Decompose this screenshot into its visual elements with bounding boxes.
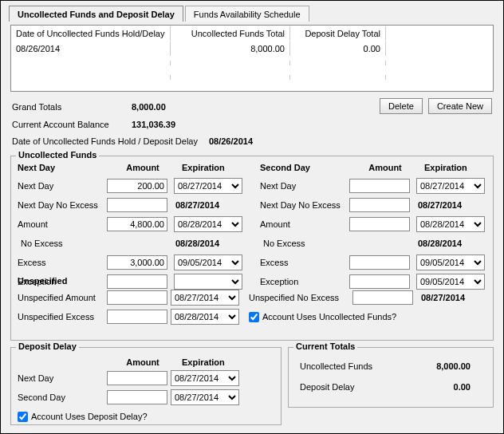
account-balance-value: 131,036.39 <box>132 120 227 129</box>
uf2-next-day-noexcess-amount[interactable] <box>349 198 410 212</box>
uf-noexcess-exp: 08/28/2014 <box>171 239 242 248</box>
ct-uf-label: Uncollected Funds <box>295 361 407 371</box>
tab-funds-availability[interactable]: Funds Availability Schedule <box>185 6 309 22</box>
unspec-amount-input[interactable] <box>107 290 167 305</box>
unspec-noexcess-input[interactable] <box>352 290 413 305</box>
uf2-next-day-noexcess-exp: 08/27/2014 <box>413 200 485 210</box>
uf-excess-amount[interactable] <box>107 255 167 270</box>
uf2-next-day-exp[interactable]: 08/27/2014 <box>416 178 485 194</box>
uf2-next-day-amount[interactable] <box>349 179 410 193</box>
account-uses-dd-checkbox[interactable] <box>18 412 28 422</box>
dd-second-day-exp[interactable]: 08/27/2014 <box>171 389 239 405</box>
unspec-excess-exp[interactable]: 08/28/2014 <box>171 309 239 325</box>
uf2-next-day-label: Next Day <box>260 181 349 191</box>
ct-uf-value: 8,000.00 <box>407 361 471 371</box>
unspec-amount-exp[interactable]: 08/27/2014 <box>171 290 239 306</box>
account-uses-dd-label: Account Uses Deposit Delay? <box>31 412 148 421</box>
th-uf-total: Uncollected Funds Total <box>171 26 290 41</box>
uf2-exception-amount[interactable] <box>349 274 410 289</box>
hold-date-label: Date of Uncollected Funds Hold / Deposit… <box>12 136 198 146</box>
th-dd-total: Deposit Delay Total <box>290 26 386 41</box>
unspec-amount-label: Unspecified Amount <box>18 293 107 302</box>
delete-button[interactable]: Delete <box>380 98 423 114</box>
uf2-exception-label: Exception <box>260 277 349 286</box>
table-row[interactable]: 08/26/2014 8,000.00 0.00 <box>11 41 493 56</box>
uf-amount-label: Amount <box>18 219 107 229</box>
uf-exception-exp[interactable] <box>174 274 242 290</box>
account-uses-uf-checkbox[interactable] <box>249 312 259 322</box>
uncollected-funds-legend: Uncollected Funds <box>16 150 99 160</box>
account-uses-uf-label: Account Uses Uncollected Funds? <box>262 312 396 322</box>
uf-excess-exp[interactable]: 09/05/2014 <box>174 254 242 270</box>
unspec-noexcess-exp: 08/27/2014 <box>413 293 465 302</box>
uf-head-expiration-2: Expiration <box>421 163 493 172</box>
hold-date-value: 08/26/2014 <box>209 136 253 146</box>
current-totals-legend: Current Totals <box>293 341 357 351</box>
table-row-empty <box>11 70 493 85</box>
create-new-button[interactable]: Create New <box>428 98 492 114</box>
uf-noexcess-label: No Excess <box>18 239 107 248</box>
uf2-excess-label: Excess <box>260 258 349 267</box>
uf-head-second-day: Second Day <box>260 163 349 172</box>
dd-next-day-amount[interactable] <box>107 371 167 385</box>
uf2-amount-label: Amount <box>260 219 349 229</box>
uf-next-day-exp[interactable]: 08/27/2014 <box>174 178 242 194</box>
dd-head-amount: Amount <box>107 357 179 367</box>
dd-second-day-label: Second Day <box>18 393 107 402</box>
uf-head-expiration: Expiration <box>179 163 250 172</box>
grand-totals-label: Grand Totals <box>12 102 132 112</box>
grand-totals-value: 8,000.00 <box>132 102 227 112</box>
uf2-noexcess-label: No Excess <box>260 239 349 248</box>
ct-dd-value: 0.00 <box>407 382 471 392</box>
uf-head-next-day: Next Day <box>18 163 107 172</box>
dd-head-expiration: Expiration <box>179 357 250 367</box>
uf-head-amount-2: Amount <box>349 163 421 172</box>
uf-next-day-noexcess-amount[interactable] <box>107 198 167 212</box>
dd-second-day-amount[interactable] <box>107 390 167 404</box>
unspec-excess-input[interactable] <box>107 310 167 324</box>
uf-next-day-label: Next Day <box>18 181 107 191</box>
unspec-excess-label: Unspecified Excess <box>18 312 107 322</box>
uf2-next-day-noexcess-label: Next Day No Excess <box>260 200 349 210</box>
unspecified-heading: Unspecified <box>18 276 67 286</box>
tab-uncollected-funds[interactable]: Uncollected Funds and Deposit Delay <box>9 6 183 22</box>
table-row-empty <box>11 56 493 70</box>
uf-next-day-noexcess-exp: 08/27/2014 <box>171 200 242 210</box>
uf2-excess-amount[interactable] <box>349 255 410 270</box>
cell-date: 08/26/2014 <box>11 41 171 56</box>
account-balance-label: Current Account Balance <box>12 120 132 129</box>
uf2-amount-exp[interactable]: 08/28/2014 <box>416 216 485 232</box>
uf2-excess-exp[interactable]: 09/05/2014 <box>416 254 485 270</box>
uf2-amount-amount[interactable] <box>349 217 410 231</box>
uf-head-amount: Amount <box>107 163 179 172</box>
uf-amount-amount[interactable] <box>107 217 167 231</box>
cell-uf-total: 8,000.00 <box>171 41 290 56</box>
uf2-exception-exp[interactable]: 09/05/2014 <box>416 274 485 290</box>
dd-next-day-label: Next Day <box>18 373 107 383</box>
ct-dd-label: Deposit Delay <box>295 382 407 392</box>
uf-exception-amount[interactable] <box>107 274 167 289</box>
uf-next-day-noexcess-label: Next Day No Excess <box>18 200 107 210</box>
cell-dd-total: 0.00 <box>290 41 386 56</box>
uf-excess-label: Excess <box>18 258 107 267</box>
uf2-noexcess-exp: 08/28/2014 <box>413 239 485 248</box>
holds-table: Date of Uncollected Funds Hold/Delay Unc… <box>10 25 494 92</box>
dd-next-day-exp[interactable]: 08/27/2014 <box>171 370 239 386</box>
uf-next-day-amount[interactable] <box>107 179 167 193</box>
unspec-noexcess-label: Unspecified No Excess <box>249 293 352 302</box>
uf-amount-exp[interactable]: 08/28/2014 <box>174 216 242 232</box>
deposit-delay-legend: Deposit Delay <box>16 341 79 351</box>
th-date: Date of Uncollected Funds Hold/Delay <box>11 26 171 41</box>
